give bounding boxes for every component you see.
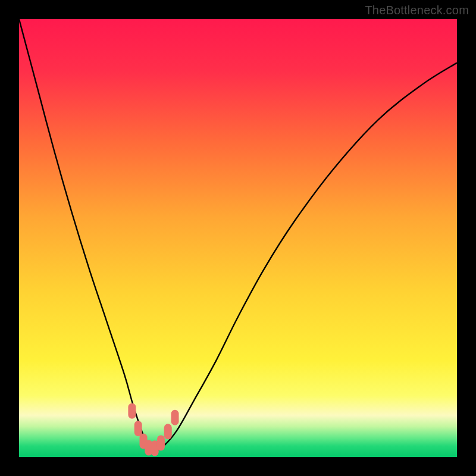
watermark-label: TheBottleneck.com xyxy=(365,4,469,17)
curve-layer xyxy=(19,19,457,457)
chart-frame: TheBottleneck.com xyxy=(0,0,476,476)
curve-marker xyxy=(134,421,142,436)
bottleneck-curve xyxy=(19,19,457,450)
curve-marker xyxy=(164,424,172,439)
curve-markers xyxy=(128,403,178,456)
curve-marker xyxy=(171,410,179,425)
curve-marker xyxy=(157,435,165,450)
plot-area xyxy=(19,19,457,457)
curve-marker xyxy=(128,403,136,419)
